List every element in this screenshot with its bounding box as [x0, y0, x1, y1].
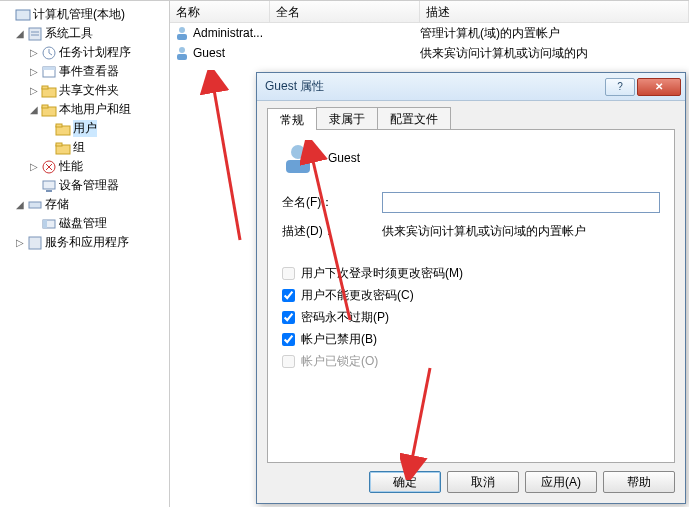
tree-device-manager[interactable]: 设备管理器	[0, 176, 169, 195]
svg-rect-18	[43, 220, 47, 228]
properties-dialog: Guest 属性 ? ✕ 常规 隶属于 配置文件 Guest 全名(F)： 描述…	[256, 72, 686, 504]
tree-shared-folders[interactable]: ▷共享文件夹	[0, 81, 169, 100]
chk-cannot-change-pw-label: 用户不能更改密码(C)	[301, 287, 414, 304]
nav-tree: 计算机管理(本地) ◢系统工具 ▷任务计划程序 ▷事件查看器 ▷共享文件夹 ◢本…	[0, 1, 170, 507]
svg-rect-19	[29, 237, 41, 249]
chk-account-disabled[interactable]	[282, 333, 295, 346]
svg-rect-0	[16, 10, 30, 20]
chk-must-change-pw-label: 用户下次登录时须更改密码(M)	[301, 265, 463, 282]
tree-groups[interactable]: 组	[0, 138, 169, 157]
svg-rect-1	[29, 28, 41, 40]
user-icon	[282, 142, 314, 174]
svg-point-20	[179, 27, 185, 33]
cell-name: Administrat...	[193, 26, 263, 40]
fullname-label: 全名(F)：	[282, 194, 382, 211]
cell-desc: 供来宾访问计算机或访问域的内	[420, 45, 689, 62]
chk-pw-never-expires[interactable]	[282, 311, 295, 324]
fullname-input[interactable]	[382, 192, 660, 213]
tab-general[interactable]: 常规	[267, 108, 317, 130]
col-fullname[interactable]: 全名	[270, 1, 420, 22]
tab-memberof[interactable]: 隶属于	[316, 107, 378, 129]
svg-rect-10	[56, 124, 62, 127]
col-name[interactable]: 名称	[170, 1, 270, 22]
tree-event-viewer[interactable]: ▷事件查看器	[0, 62, 169, 81]
dialog-titlebar[interactable]: Guest 属性 ? ✕	[257, 73, 685, 101]
cancel-button[interactable]: 取消	[447, 471, 519, 493]
cell-desc: 管理计算机(域)的内置帐户	[420, 25, 689, 42]
tab-profile[interactable]: 配置文件	[377, 107, 451, 129]
svg-rect-14	[43, 181, 55, 189]
tree-system-tools[interactable]: ◢系统工具	[0, 24, 169, 43]
list-header: 名称 全名 描述	[170, 1, 689, 23]
svg-rect-15	[46, 190, 52, 192]
chk-pw-never-expires-label: 密码永不过期(P)	[301, 309, 389, 326]
list-row[interactable]: Guest 供来宾访问计算机或访问域的内	[170, 43, 689, 63]
ok-button[interactable]: 确定	[369, 471, 441, 493]
svg-rect-16	[29, 202, 41, 208]
dialog-title: Guest 属性	[265, 78, 603, 95]
tree-storage[interactable]: ◢存储	[0, 195, 169, 214]
username-label: Guest	[328, 151, 360, 165]
apply-button[interactable]: 应用(A)	[525, 471, 597, 493]
description-value: 供来宾访问计算机或访问域的内置帐户	[382, 223, 660, 240]
tree-task-scheduler[interactable]: ▷任务计划程序	[0, 43, 169, 62]
help-button-icon[interactable]: ?	[605, 78, 635, 96]
chk-account-locked-label: 帐户已锁定(O)	[301, 353, 378, 370]
tree-disk-mgmt[interactable]: 磁盘管理	[0, 214, 169, 233]
svg-rect-21	[177, 34, 187, 40]
list-row[interactable]: Administrat... 管理计算机(域)的内置帐户	[170, 23, 689, 43]
tab-strip: 常规 隶属于 配置文件	[267, 107, 675, 129]
help-button[interactable]: 帮助	[603, 471, 675, 493]
tree-services-apps[interactable]: ▷服务和应用程序	[0, 233, 169, 252]
tree-performance[interactable]: ▷性能	[0, 157, 169, 176]
chk-must-change-pw	[282, 267, 295, 280]
svg-rect-12	[56, 143, 62, 146]
tab-page-general: Guest 全名(F)： 描述(D)： 供来宾访问计算机或访问域的内置帐户 用户…	[267, 129, 675, 463]
tree-root[interactable]: 计算机管理(本地)	[0, 5, 169, 24]
svg-rect-6	[42, 86, 48, 89]
tree-local-users-groups[interactable]: ◢本地用户和组	[0, 100, 169, 119]
svg-rect-25	[286, 160, 310, 173]
svg-rect-8	[42, 105, 48, 108]
col-desc[interactable]: 描述	[420, 1, 689, 22]
tree-users[interactable]: 用户	[0, 119, 169, 138]
cell-name: Guest	[193, 46, 225, 60]
description-label: 描述(D)：	[282, 223, 382, 240]
chk-account-disabled-label: 帐户已禁用(B)	[301, 331, 377, 348]
close-icon[interactable]: ✕	[637, 78, 681, 96]
svg-point-24	[291, 145, 305, 159]
chk-cannot-change-pw[interactable]	[282, 289, 295, 302]
chk-account-locked	[282, 355, 295, 368]
svg-rect-23	[177, 54, 187, 60]
svg-point-22	[179, 47, 185, 53]
svg-rect-4	[43, 67, 55, 70]
